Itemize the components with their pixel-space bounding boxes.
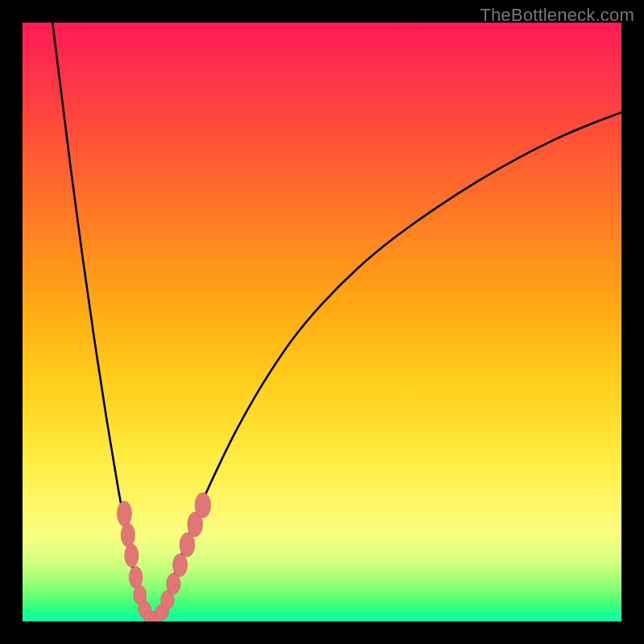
data-marker-2 <box>125 544 138 567</box>
plot-area <box>23 23 621 621</box>
data-marker-3 <box>129 567 142 588</box>
curve-left-branch <box>52 23 151 621</box>
data-marker-14 <box>195 493 210 518</box>
data-marker-0 <box>118 501 132 526</box>
curve-right-branch <box>151 113 621 621</box>
data-marker-12 <box>180 533 195 557</box>
marker-layer <box>118 493 211 621</box>
chart-frame: TheBottleneck.com <box>0 0 644 644</box>
data-marker-11 <box>173 554 188 576</box>
chart-svg <box>23 23 621 621</box>
curve-layer <box>52 23 621 621</box>
data-marker-1 <box>121 523 134 547</box>
